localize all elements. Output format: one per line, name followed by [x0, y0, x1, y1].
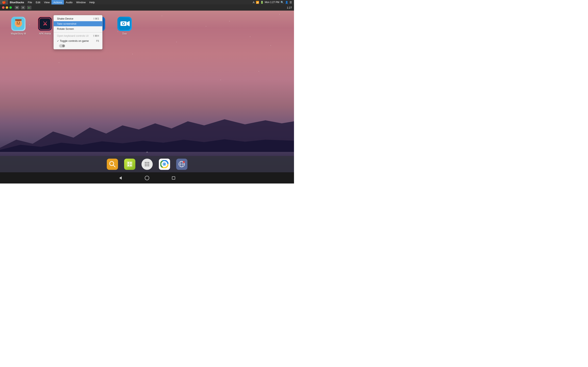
shake-device-shortcut: ⇧⌘S: [93, 17, 99, 20]
home-button[interactable]: [144, 175, 150, 181]
svg-rect-23: [128, 162, 129, 164]
actions-dropdown-menu: Shake Device ⇧⌘S Take screenshot Rotate …: [53, 15, 103, 49]
title-bar-controls: W A ▶: [15, 6, 31, 9]
apple-menu[interactable]: 🍎: [0, 0, 8, 4]
menu-window[interactable]: Window: [74, 0, 87, 4]
dock-search[interactable]: [107, 159, 118, 170]
search-icon[interactable]: 🔍: [281, 1, 284, 4]
menu-file[interactable]: File: [26, 0, 34, 4]
dock-area: !: [0, 156, 294, 172]
svg-rect-25: [128, 165, 129, 166]
title-bar: W A ▶ 1:27: [0, 4, 294, 11]
app-duo[interactable]: Duo: [116, 17, 133, 35]
open-keyboard-shortcut: ⇧⌘H: [93, 34, 99, 37]
svg-rect-26: [130, 165, 132, 166]
svg-point-31: [146, 164, 148, 165]
play-btn[interactable]: ▶: [27, 6, 31, 9]
svg-point-50: [145, 176, 149, 180]
back-button[interactable]: [117, 175, 123, 181]
menu-view[interactable]: View: [42, 0, 52, 4]
menu-help[interactable]: Help: [87, 0, 97, 4]
svg-rect-24: [130, 162, 132, 164]
app-label-maplestory: MapleStory M: [11, 32, 26, 35]
open-keyboard-label: Open keyboard controls UI: [57, 34, 89, 37]
menu-bluestacks[interactable]: BlueStacks: [8, 0, 26, 4]
android-btn[interactable]: A: [21, 6, 25, 9]
menu-edit[interactable]: Edit: [34, 0, 42, 4]
svg-rect-4: [15, 19, 22, 21]
svg-point-32: [148, 164, 149, 165]
svg-rect-51: [172, 176, 175, 179]
mountain-silhouette: [0, 111, 294, 152]
siri-icon[interactable]: A: [253, 1, 255, 4]
android-area: M MapleStory M ⚔ AFK Arena: [0, 11, 294, 184]
menu-rotate-screen[interactable]: Rotate Screen: [54, 26, 102, 31]
svg-point-29: [148, 162, 149, 163]
rotate-screen-label: Rotate Screen: [57, 27, 74, 30]
clock: Mon 1:27 PM: [265, 1, 279, 4]
toggle-controls-label: ✓Toggle controls on game: [57, 39, 89, 42]
arrow-up[interactable]: ⌃: [146, 151, 149, 155]
menu-actions[interactable]: Actions: [52, 0, 64, 4]
battery-icon[interactable]: 🔋: [260, 1, 264, 4]
shake-device-label: Shake Device: [57, 17, 73, 20]
menu-audio[interactable]: Audio: [64, 0, 74, 4]
app-label-afk: AFK Arena: [39, 32, 51, 35]
app-icon-afk: ⚔: [38, 17, 52, 31]
app-label-duo: Duo: [122, 32, 127, 35]
svg-point-30: [145, 164, 146, 165]
menu-open-keyboard: Open keyboard controls UI ⇧⌘H: [54, 33, 102, 38]
menu-toggle-controls[interactable]: ✓Toggle controls on game F6: [54, 38, 102, 43]
svg-point-43: [164, 163, 165, 165]
app-icon-duo: [117, 17, 132, 31]
toggle-checkmark: ✓: [57, 40, 59, 42]
recents-button[interactable]: [171, 175, 177, 181]
android-nav: [0, 172, 294, 184]
words-btn[interactable]: W: [15, 6, 19, 9]
dock-chrome[interactable]: [159, 159, 170, 170]
menu-shake-device[interactable]: Shake Device ⇧⌘S: [54, 16, 102, 21]
menu-extras-icon[interactable]: ☰: [290, 1, 292, 4]
svg-text:!: !: [183, 162, 184, 163]
mac-menu-bar: 🍎 BlueStacks File Edit View Actions Audi…: [0, 0, 294, 4]
svg-point-33: [145, 165, 146, 166]
title-time: 1:27: [287, 6, 292, 9]
menu-separator: [54, 32, 102, 33]
dock-app2[interactable]: [124, 159, 135, 170]
svg-text:M: M: [17, 21, 20, 26]
svg-line-21: [113, 165, 115, 167]
minimize-button[interactable]: [6, 6, 8, 9]
dock-allapps[interactable]: [141, 159, 153, 170]
maximize-button[interactable]: [9, 6, 12, 9]
toggle-controls-shortcut: F6: [96, 40, 99, 42]
svg-marker-49: [119, 176, 122, 180]
app-icon-maplestory: M: [11, 17, 26, 31]
dock-browser[interactable]: !: [176, 159, 187, 170]
wifi-icon[interactable]: 📶: [256, 1, 259, 4]
traffic-lights: [2, 6, 12, 9]
svg-text:⚔: ⚔: [43, 21, 47, 27]
app-maplestory[interactable]: M MapleStory M: [10, 17, 26, 35]
app-afk-arena[interactable]: ⚔ AFK Arena: [37, 17, 53, 35]
svg-point-34: [146, 165, 148, 166]
user-icon[interactable]: 👤: [285, 1, 288, 4]
svg-point-19: [123, 23, 124, 25]
menu-take-screenshot[interactable]: Take screenshot: [54, 21, 102, 26]
svg-point-27: [145, 162, 146, 163]
svg-point-35: [148, 165, 149, 166]
close-button[interactable]: [2, 6, 4, 9]
svg-point-28: [146, 162, 148, 163]
take-screenshot-label: Take screenshot: [57, 22, 76, 25]
toggle-slider[interactable]: [59, 44, 65, 48]
